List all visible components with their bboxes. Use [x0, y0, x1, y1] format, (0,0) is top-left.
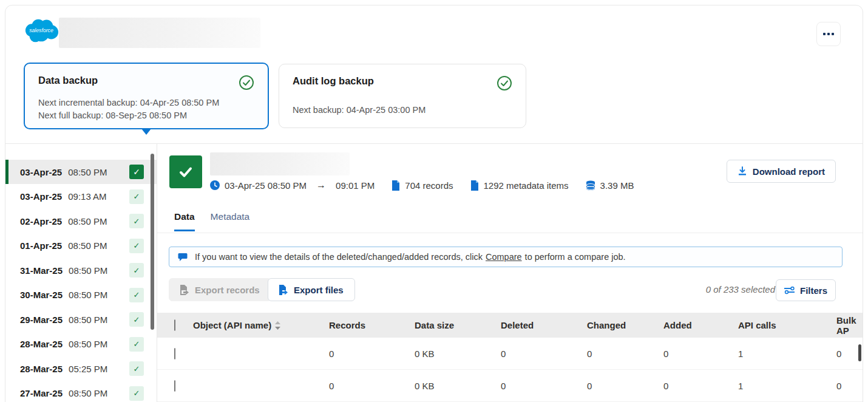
row-checkbox[interactable]: [174, 380, 175, 392]
detail-tabs: Data Metadata: [174, 211, 249, 231]
backup-size: 3.39 MB: [586, 180, 634, 191]
audit-backup-title: Audit log backup: [293, 75, 374, 87]
tab-data[interactable]: Data: [174, 211, 195, 231]
tab-metadata[interactable]: Metadata: [211, 211, 250, 231]
svg-text:salesforce: salesforce: [29, 27, 53, 33]
backup-success-status-icon: [169, 155, 202, 188]
download-report-button[interactable]: Download report: [727, 160, 836, 183]
cell-changed: 0: [587, 349, 663, 359]
cell-added: 0: [663, 349, 738, 359]
backup-success-check-icon: ✓: [129, 263, 144, 278]
tab-divider: [157, 233, 863, 233]
backup-success-check-icon: ✓: [129, 189, 144, 204]
column-data-size: Data size: [415, 320, 501, 330]
backup-success-check-icon: ✓: [129, 165, 144, 179]
backup-success-check-icon: ✓: [129, 386, 144, 401]
backup-list-item[interactable]: 28-Mar-25 08:50 PM ✓: [5, 332, 157, 356]
row-checkbox[interactable]: [174, 348, 175, 359]
column-api-calls: API calls: [738, 320, 836, 330]
clock-icon: [210, 180, 220, 190]
backup-list-item[interactable]: 27-Mar-25 08:50 PM ✓: [5, 381, 157, 402]
table-header: Object (API name) Records Data size Dele…: [157, 313, 863, 338]
backup-success-check-icon: ✓: [129, 214, 144, 228]
filters-icon: [784, 286, 795, 295]
backup-time-range: 03-Apr-25 08:50 PM → 09:01 PM: [210, 180, 375, 191]
arrow-right-icon: →: [316, 180, 326, 191]
export-records-button[interactable]: Export records: [169, 278, 271, 301]
export-files-button[interactable]: Export files: [268, 278, 355, 301]
table-scrollbar[interactable]: [858, 344, 861, 361]
export-file-icon: [180, 285, 189, 295]
cell-bulk-api: 0: [836, 381, 863, 391]
backup-history-sidebar: 03-Apr-25 08:50 PM ✓ 03-Apr-25 09:13 AM …: [5, 144, 157, 402]
cell-records: 0: [329, 381, 415, 391]
backup-list-item[interactable]: 29-Mar-25 08:50 PM ✓: [5, 307, 157, 332]
compare-link[interactable]: Compare: [486, 252, 522, 262]
backup-list-item[interactable]: 03-Apr-25 08:50 PM ✓: [5, 160, 157, 184]
backup-summary-row: 03-Apr-25 08:50 PM → 09:01 PM 704 record…: [210, 179, 651, 192]
salesforce-logo: salesforce: [24, 16, 59, 44]
cell-api-calls: 1: [738, 381, 836, 391]
metadata-items-count: 1292 metadata items: [470, 180, 569, 191]
backup-start-time: 03-Apr-25 08:50 PM: [225, 180, 307, 191]
success-circle-icon: [239, 75, 254, 90]
download-icon: [737, 166, 747, 176]
more-options-button[interactable]: [816, 22, 841, 46]
backup-success-check-icon: ✓: [129, 312, 144, 327]
redacted-backup-title: [210, 152, 350, 175]
sort-icon[interactable]: [275, 321, 280, 330]
table-toolbar: Export records Export files 0 of 233 sel…: [169, 278, 836, 302]
success-circle-icon: [497, 75, 512, 91]
redacted-org-title: [59, 18, 260, 48]
next-incremental-backup: Next incremental backup: 04-Apr-25 08:50…: [38, 97, 254, 109]
data-backup-card[interactable]: Data backup Next incremental backup: 04-…: [24, 63, 269, 129]
sidebar-scrollbar[interactable]: [151, 154, 154, 330]
backup-time: 08:50 PM: [68, 167, 107, 177]
document-icon: [470, 180, 479, 191]
backup-success-check-icon: ✓: [129, 361, 144, 376]
column-records: Records: [329, 320, 415, 330]
cell-records: 0: [329, 349, 415, 359]
select-all-checkbox[interactable]: [174, 319, 175, 331]
speech-bubble-icon: [178, 253, 188, 262]
banner-text: to perform a compare job.: [525, 252, 626, 262]
cell-deleted: 0: [501, 381, 587, 391]
next-full-backup: Next full backup: 08-Sep-25 08:50 PM: [38, 109, 254, 122]
backup-end-time: 09:01 PM: [336, 180, 375, 191]
next-audit-backup: Next backup: 04-Apr-25 03:00 PM: [293, 104, 512, 117]
cell-data-size: 0 KB: [415, 349, 501, 359]
export-file-icon: [279, 285, 288, 295]
column-changed: Changed: [587, 320, 663, 330]
selection-count: 0 of 233 selected: [706, 284, 775, 295]
column-added: Added: [663, 320, 738, 330]
banner-text: If you want to view the details of the d…: [195, 252, 483, 262]
app-frame: salesforce Data backup Next incremental …: [5, 5, 863, 402]
backup-list-item[interactable]: 03-Apr-25 09:13 AM ✓: [5, 185, 157, 209]
cell-deleted: 0: [501, 349, 587, 359]
backup-list-item[interactable]: 30-Mar-25 08:50 PM ✓: [5, 283, 157, 307]
backup-date: 03-Apr-25: [20, 167, 62, 177]
audit-log-backup-card[interactable]: Audit log backup Next backup: 04-Apr-25 …: [279, 64, 526, 128]
backup-detail-panel: 03-Apr-25 08:50 PM → 09:01 PM 704 record…: [157, 144, 863, 402]
cell-changed: 0: [587, 381, 663, 391]
more-options-icon: [823, 33, 826, 35]
table-row[interactable]: 0 0 KB 0 0 0 1 0: [157, 370, 863, 402]
database-icon: [586, 180, 595, 191]
backup-list-item[interactable]: 01-Apr-25 08:50 PM ✓: [5, 234, 157, 258]
backup-success-check-icon: ✓: [129, 288, 144, 302]
backup-list-item[interactable]: 02-Apr-25 08:50 PM ✓: [5, 209, 157, 233]
backup-success-check-icon: ✓: [129, 337, 144, 352]
column-bulk-api: Bulk AP: [836, 315, 863, 336]
backup-list-item[interactable]: 31-Mar-25 08:50 PM ✓: [5, 258, 157, 282]
compare-info-banner: If you want to view the details of the d…: [169, 247, 843, 267]
column-object[interactable]: Object (API name): [193, 320, 271, 330]
filters-button[interactable]: Filters: [776, 279, 836, 301]
column-deleted: Deleted: [501, 320, 587, 330]
cell-added: 0: [663, 381, 738, 391]
backup-list-item[interactable]: 28-Mar-25 05:25 PM ✓: [5, 356, 157, 381]
backup-success-check-icon: ✓: [129, 239, 144, 253]
cell-data-size: 0 KB: [415, 381, 501, 391]
table-row[interactable]: 0 0 KB 0 0 0 1 0: [157, 338, 863, 370]
records-count: 704 records: [392, 180, 453, 191]
selected-card-caret: [141, 129, 151, 135]
